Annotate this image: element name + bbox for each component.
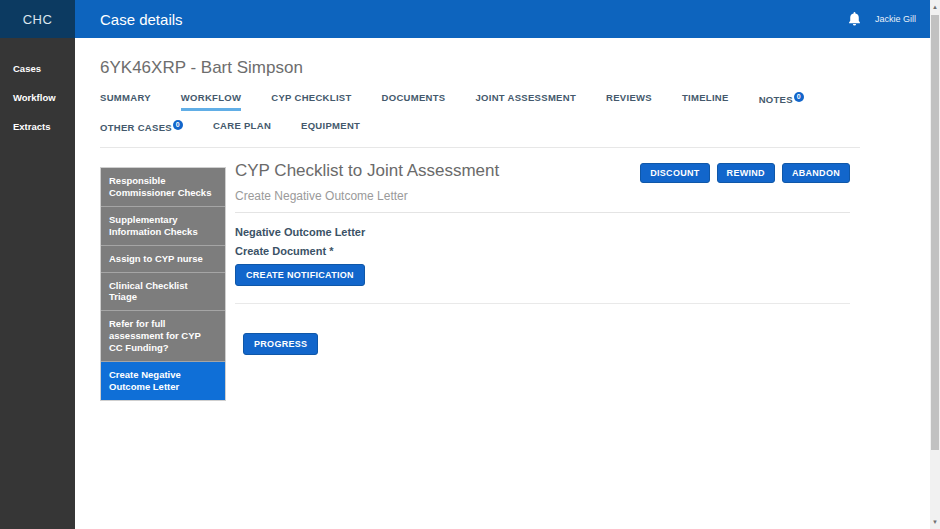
workflow-action-button[interactable]: ABANDON [782, 163, 850, 183]
tab-count-badge: 0 [173, 120, 183, 130]
notifications-bell-icon[interactable] [848, 12, 861, 26]
tab-label: DOCUMENTS [382, 92, 446, 103]
workflow-step-subheading: Create Negative Outcome Letter [235, 189, 850, 203]
panel-divider [235, 212, 850, 213]
progress-button[interactable]: PROGRESS [243, 333, 318, 355]
current-user[interactable]: Jackie Gill [875, 14, 916, 24]
case-tab[interactable]: NOTES0 [759, 92, 804, 111]
tab-label: CARE PLAN [213, 120, 271, 131]
vertical-scrollbar[interactable]: ▲ ▼ [930, 0, 940, 529]
workflow-step-list: Responsible Commissioner Checks Suppleme… [100, 167, 226, 401]
tab-label: SUMMARY [100, 92, 151, 103]
sidebar-item[interactable]: Cases [0, 54, 75, 83]
tab-label: TIMELINE [682, 92, 729, 103]
tab-label: EQUIPMENT [301, 120, 360, 131]
sidebar-item[interactable]: Extracts [0, 112, 75, 141]
tab-label: JOINT ASSESSMENT [475, 92, 576, 103]
workflow-stage-heading: CYP Checklist to Joint Assessment [235, 161, 499, 181]
case-tab[interactable]: REVIEWS [606, 92, 652, 111]
case-tab[interactable]: WORKFLOW [181, 92, 241, 111]
workflow-actions: DISCOUNT REWIND ABANDON [640, 161, 850, 183]
tab-count-badge: 0 [794, 92, 804, 102]
workflow-layout: Responsible Commissioner Checks Suppleme… [100, 167, 930, 401]
tab-label: NOTES [759, 94, 793, 105]
case-tab[interactable]: EQUIPMENT [301, 120, 360, 138]
top-bar: CHC Case details Jackie Gill [0, 0, 930, 38]
tab-label: REVIEWS [606, 92, 652, 103]
app-sidebar: Cases Workflow Extracts [0, 38, 75, 529]
workflow-panel: CYP Checklist to Joint Assessment DISCOU… [235, 161, 850, 401]
tab-label: OTHER CASES [100, 122, 172, 133]
main-content: 6YK46XRP - Bart Simpson SUMMARY WORKFLOW… [75, 38, 930, 529]
workflow-step[interactable]: Create Negative Outcome Letter [101, 362, 225, 400]
case-tab[interactable]: OTHER CASES0 [100, 120, 183, 138]
scroll-up-arrow-icon[interactable]: ▲ [930, 0, 940, 14]
panel-divider-bottom [235, 303, 850, 304]
workflow-step[interactable]: Supplementary Information Checks [101, 207, 225, 246]
workflow-step[interactable]: Refer for full assessment for CYP CC Fun… [101, 311, 225, 362]
app-window: CHC Case details Jackie Gill Cases Workf… [0, 0, 940, 529]
workflow-step[interactable]: Assign to CYP nurse [101, 246, 225, 273]
section-label: Negative Outcome Letter [235, 226, 850, 238]
tab-label: CYP CHECKLIST [271, 92, 351, 103]
workflow-step[interactable]: Responsible Commissioner Checks [101, 168, 225, 207]
case-tab[interactable]: CARE PLAN [213, 120, 271, 138]
app-logo: CHC [0, 0, 75, 38]
create-notification-button[interactable]: CREATE NOTIFICATION [235, 264, 365, 286]
scrollbar-thumb[interactable] [931, 15, 939, 450]
sidebar-item[interactable]: Workflow [0, 83, 75, 112]
tab-label: WORKFLOW [181, 92, 241, 103]
case-tab[interactable]: TIMELINE [682, 92, 729, 111]
workflow-action-button[interactable]: DISCOUNT [640, 163, 709, 183]
case-tabs: SUMMARY WORKFLOW CYP CHECKLIST DOCUMENTS… [100, 92, 860, 148]
case-tab[interactable]: JOINT ASSESSMENT [475, 92, 576, 111]
case-tab[interactable]: DOCUMENTS [382, 92, 446, 111]
scroll-down-arrow-icon[interactable]: ▼ [930, 515, 940, 529]
workflow-action-button[interactable]: REWIND [717, 163, 775, 183]
case-title: 6YK46XRP - Bart Simpson [100, 58, 930, 78]
case-tab[interactable]: CYP CHECKLIST [271, 92, 351, 111]
workflow-step[interactable]: Clinical Checklist Triage [101, 273, 225, 312]
page-title: Case details [100, 11, 183, 28]
title-bar: Case details Jackie Gill [75, 0, 930, 38]
create-document-label: Create Document * [235, 245, 850, 257]
case-tab[interactable]: SUMMARY [100, 92, 151, 111]
